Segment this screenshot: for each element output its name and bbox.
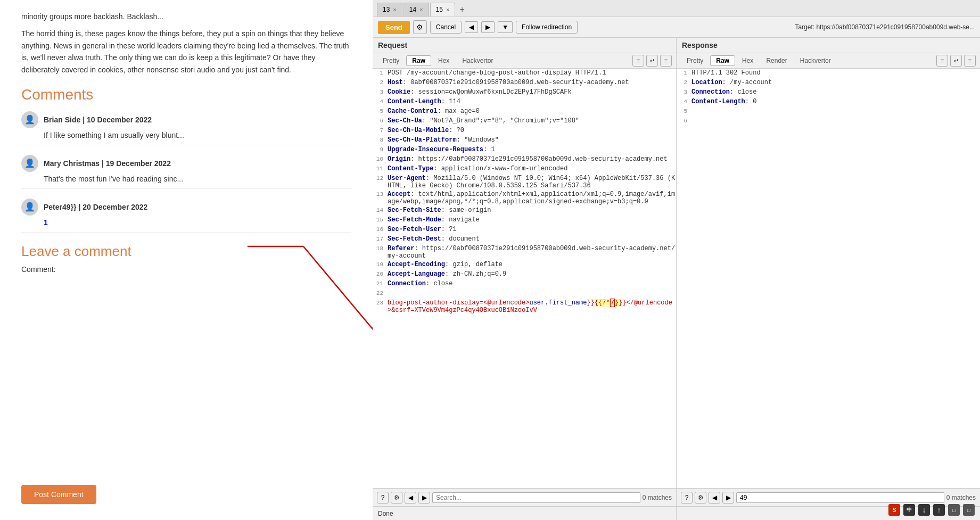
response-search-prev[interactable]: ◀ — [709, 492, 720, 504]
line-number: 8 — [373, 136, 388, 143]
comment-author-2: Mary Christmas | 19 December 2022 — [44, 159, 171, 168]
response-search-bar: ? ⚙ ◀ ▶ 0 matches — [677, 488, 980, 506]
response-icon-1[interactable]: ≡ — [936, 55, 948, 67]
tray-icon-ul: ↑ — [933, 504, 945, 516]
post-comment-button[interactable]: Post Comment — [21, 485, 96, 504]
line-number: 6 — [677, 117, 691, 124]
request-icon-3[interactable]: ≡ — [660, 55, 672, 67]
request-tab-raw[interactable]: Raw — [406, 55, 431, 66]
tab-14-close[interactable]: × — [419, 6, 423, 13]
request-search-input[interactable] — [432, 492, 640, 503]
request-line: 2Host: 0abf00870371e291c091958700ab009d.… — [373, 78, 676, 88]
request-icon-2[interactable]: ↵ — [646, 55, 658, 67]
response-tab-hex[interactable]: Hex — [736, 55, 759, 66]
line-number: 5 — [373, 108, 388, 114]
response-tab-pretty[interactable]: Pretty — [681, 55, 709, 66]
comment-author-1: Brian Side | 10 December 2022 — [44, 115, 152, 124]
request-line: 19Accept-Encoding: gzip, deflate — [373, 260, 676, 270]
response-icon-3[interactable]: ≡ — [964, 55, 976, 67]
response-icon-2[interactable]: ↵ — [950, 55, 962, 67]
request-line: 15Sec-Fetch-Mode: navigate — [373, 216, 676, 225]
request-line: 16Sec-Fetch-User: ?1 — [373, 225, 676, 235]
line-content: Sec-Fetch-User: ?1 — [388, 226, 676, 233]
response-search-input[interactable] — [736, 492, 944, 503]
line-number: 13 — [373, 191, 388, 197]
line-content: Content-Type: application/x-www-form-url… — [388, 165, 676, 172]
request-line: 22 — [373, 289, 676, 299]
request-help-icon[interactable]: ? — [377, 492, 389, 504]
nav-forward-button[interactable]: ▶ — [481, 21, 495, 33]
add-tab-button[interactable]: + — [456, 5, 467, 14]
response-tab-raw[interactable]: Raw — [710, 55, 735, 66]
comments-title: Comments — [21, 86, 351, 103]
send-button[interactable]: Send — [378, 21, 410, 34]
response-search-next[interactable]: ▶ — [722, 492, 734, 504]
request-tab-hackvertor[interactable]: Hackvertor — [456, 55, 499, 66]
done-status: Done — [378, 510, 393, 517]
response-search-matches: 0 matches — [946, 494, 976, 501]
request-tab-hex[interactable]: Hex — [432, 55, 455, 66]
response-code-area[interactable]: 1HTTP/1.1 302 Found2Location: /my-accoun… — [677, 69, 980, 488]
tab-15[interactable]: 15 × — [430, 3, 456, 16]
blog-area: minority groups more backlash. Backlash.… — [0, 0, 373, 520]
request-line: 21Connection: close — [373, 279, 676, 289]
gear-button[interactable]: ⚙ — [413, 20, 427, 34]
request-line: 11Content-Type: application/x-www-form-u… — [373, 164, 676, 174]
request-settings-icon[interactable]: ⚙ — [391, 492, 402, 504]
response-tab-render[interactable]: Render — [760, 55, 793, 66]
line-number: 7 — [373, 127, 388, 134]
tab-13-close[interactable]: × — [393, 6, 396, 13]
request-line: 20Accept-Language: zh-CN,zh;q=0.9 — [373, 270, 676, 279]
line-content: Host: 0abf00870371e291c091958700ab009d.w… — [388, 79, 676, 86]
line-content: Referer: https://0abf00870371e291c091958… — [388, 245, 676, 260]
request-line: 12User-Agent: Mozilla/5.0 (Windows NT 10… — [373, 174, 676, 190]
request-search-next[interactable]: ▶ — [418, 492, 430, 504]
line-content: Accept: text/html,application/xhtml+xml,… — [388, 191, 676, 205]
avatar-1: 👤 — [21, 111, 38, 128]
line-number: 4 — [373, 98, 388, 105]
request-status-bar: Done — [373, 506, 676, 520]
tray-icon-win2: □ — [963, 504, 975, 516]
comment-label: Comment: — [21, 265, 351, 274]
line-number: 2 — [373, 79, 388, 86]
avatar-3: 👤 — [21, 199, 38, 216]
request-tab-pretty[interactable]: Pretty — [377, 55, 405, 66]
response-settings-icon[interactable]: ⚙ — [695, 492, 706, 504]
line-content: blog-post-author-display=<@urlencode>use… — [388, 299, 676, 314]
request-line: 4Content-Length: 114 — [373, 97, 676, 107]
line-number: 14 — [373, 207, 388, 213]
blog-text-2: The horrid thing is, these pages know th… — [21, 28, 351, 76]
nav-dropdown-button[interactable]: ▼ — [498, 21, 513, 33]
two-panel: Request Pretty Raw Hex Hackvertor ≡ ↵ ≡ … — [373, 38, 980, 520]
line-content: Content-Length: 0 — [691, 98, 980, 105]
comment-item-3: 👤 Peter49}} | 20 December 2022 1 — [21, 199, 351, 233]
comment-text-1: If I like something I am usually very bl… — [44, 131, 351, 139]
request-search-matches: 0 matches — [643, 494, 672, 501]
tabs-bar: 13 × 14 × 15 × + — [373, 0, 980, 17]
request-icon-1[interactable]: ≡ — [632, 55, 644, 67]
follow-redirect-button[interactable]: Follow redirection — [516, 21, 578, 34]
line-content: Sec-Fetch-Dest: document — [388, 235, 676, 243]
tab-13[interactable]: 13 × — [377, 3, 402, 16]
comment-author-3: Peter49}} | 20 December 2022 — [44, 203, 147, 211]
line-content: HTTP/1.1 302 Found — [691, 69, 980, 77]
line-content: Sec-Ch-Ua-Platform: "Windows" — [388, 136, 676, 144]
request-code-area[interactable]: 1POST /my-account/change-blog-post-autho… — [373, 69, 676, 488]
response-line: 3Connection: close — [677, 88, 980, 97]
line-content: Connection: close — [388, 280, 676, 287]
tab-15-close[interactable]: × — [446, 6, 449, 13]
line-content: Cookie: session=cwQomWuxwf6kxnLDc2EPy17F… — [388, 88, 676, 96]
request-search-prev[interactable]: ◀ — [405, 492, 416, 504]
response-tab-hackvertor[interactable]: Hackvertor — [794, 55, 837, 66]
response-line: 1HTTP/1.1 302 Found — [677, 69, 980, 78]
line-content: Origin: https://0abf00870371e291c0919587… — [388, 155, 676, 163]
comment-text-2: That's the most fun I've had reading sin… — [44, 175, 351, 183]
line-number: 3 — [677, 88, 691, 95]
line-number: 22 — [373, 290, 388, 296]
line-content: Sec-Fetch-Site: same-origin — [388, 207, 676, 214]
response-line: 4Content-Length: 0 — [677, 97, 980, 107]
tab-14[interactable]: 14 × — [403, 3, 429, 16]
cancel-button[interactable]: Cancel — [430, 21, 462, 34]
response-help-icon[interactable]: ? — [681, 492, 693, 504]
nav-back-button[interactable]: ◀ — [465, 21, 478, 33]
